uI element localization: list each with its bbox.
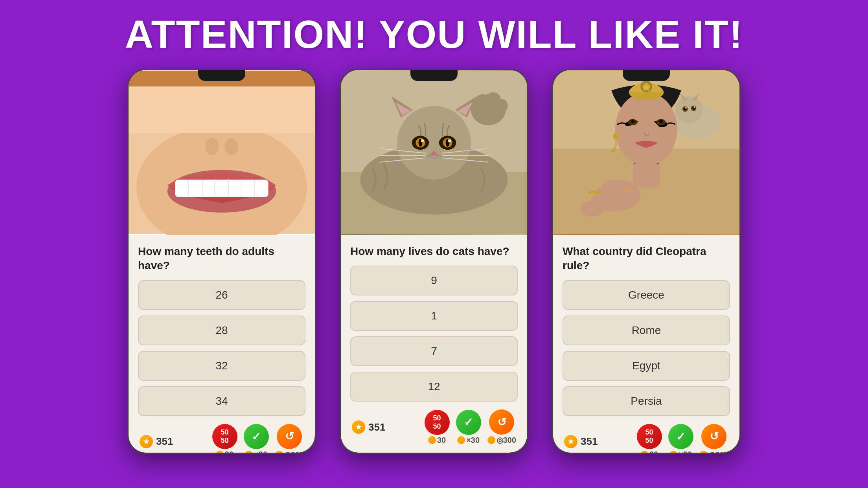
phone-2-wrapper: How many lives do cats have? 9 1 7 12 ★ … bbox=[340, 69, 528, 454]
phones-container: How many teeth do adults have? 26 28 32 … bbox=[0, 69, 868, 454]
phone-1-notch bbox=[198, 70, 245, 81]
phone-2-right-btn-2 bbox=[527, 196, 528, 227]
phone-3-answer-2[interactable]: Rome bbox=[563, 316, 730, 345]
phone-1-check-coin bbox=[245, 451, 253, 454]
phone-1-swap-icon: ↺ bbox=[277, 424, 302, 449]
svg-point-52 bbox=[693, 106, 695, 108]
svg-point-10 bbox=[205, 138, 219, 155]
svg-point-57 bbox=[659, 119, 663, 123]
phone-2-question: How many lives do cats have? bbox=[350, 244, 518, 259]
phone-1-answer-1[interactable]: 26 bbox=[138, 280, 305, 310]
phone-3-answer-1[interactable]: Greece bbox=[563, 280, 730, 310]
phone-2-coin-amount: 351 bbox=[368, 421, 385, 433]
phone-3: What country did Cleopatra rule? Greece … bbox=[552, 69, 741, 454]
phone-3-image bbox=[553, 70, 739, 235]
phone-1-5050-icon: 5050 bbox=[212, 424, 237, 449]
phone-1-footer: ★ 351 5050 30 ✓ ×30 bbox=[138, 422, 305, 454]
phone-3-5050-coin bbox=[640, 451, 648, 454]
svg-point-28 bbox=[421, 139, 424, 142]
phone-1-right-btn-1 bbox=[315, 156, 316, 188]
phone-1-powerup-5050[interactable]: 5050 30 bbox=[212, 424, 237, 454]
phone-3-coins: ★ 351 bbox=[564, 435, 598, 448]
phone-1-5050-cost: 30 bbox=[216, 450, 234, 454]
svg-point-64 bbox=[613, 133, 619, 139]
svg-point-44 bbox=[675, 96, 702, 123]
phone-2-swap-cost: ◎300 bbox=[487, 435, 516, 445]
phone-1-swap-coin bbox=[275, 451, 283, 454]
phone-1-check-cost: ×30 bbox=[245, 450, 267, 454]
phone-1-answer-2[interactable]: 28 bbox=[138, 316, 305, 345]
phone-3-swap-icon: ↺ bbox=[701, 424, 726, 449]
svg-point-56 bbox=[631, 119, 635, 123]
phone-3-powerup-check[interactable]: ✓ ×30 bbox=[668, 424, 693, 454]
phone-1-answer-4[interactable]: 34 bbox=[138, 386, 305, 416]
phone-1-powerup-swap[interactable]: ↺ ◎300 bbox=[275, 424, 304, 454]
phone-3-coin-amount: 351 bbox=[581, 435, 598, 448]
phone-1-teeth bbox=[129, 70, 315, 235]
phone-2-5050-coin bbox=[428, 436, 436, 444]
phone-3-footer: ★ 351 5050 30 ✓ ×30 bbox=[563, 422, 730, 454]
phone-2: How many lives do cats have? 9 1 7 12 ★ … bbox=[340, 69, 528, 454]
svg-rect-3 bbox=[175, 180, 268, 197]
phone-2-5050-icon: 5050 bbox=[425, 410, 450, 435]
phone-1: How many teeth do adults have? 26 28 32 … bbox=[127, 69, 316, 454]
svg-point-53 bbox=[615, 92, 677, 166]
phone-2-check-coin bbox=[457, 436, 465, 444]
svg-point-29 bbox=[448, 139, 451, 142]
phone-2-cat bbox=[341, 70, 527, 235]
phone-2-5050-cost: 30 bbox=[428, 436, 446, 445]
phone-1-answer-3[interactable]: 32 bbox=[138, 351, 305, 381]
phone-3-check-icon: ✓ bbox=[668, 424, 693, 449]
phone-1-powerups: 5050 30 ✓ ×30 ↺ bbox=[212, 424, 304, 454]
phone-1-powerup-check[interactable]: ✓ ×30 bbox=[244, 424, 269, 454]
phone-2-answer-4[interactable]: 12 bbox=[350, 372, 518, 402]
phone-2-swap-coin bbox=[487, 436, 495, 444]
phone-2-answer-2[interactable]: 1 bbox=[350, 301, 518, 331]
phone-3-right-btn-2 bbox=[739, 196, 741, 227]
phone-1-image bbox=[129, 70, 315, 235]
phone-3-check-coin bbox=[669, 451, 677, 454]
svg-rect-61 bbox=[633, 164, 660, 187]
phone-1-swap-cost: ◎300 bbox=[275, 450, 304, 454]
phone-3-powerups: 5050 30 ✓ ×30 ↺ bbox=[637, 424, 728, 454]
phone-1-coin-icon: ★ bbox=[140, 435, 153, 448]
phone-2-right-btn-1 bbox=[527, 156, 528, 188]
phone-1-content: How many teeth do adults have? 26 28 32 … bbox=[129, 235, 315, 454]
phone-3-swap-coin bbox=[700, 451, 708, 454]
phone-3-content: What country did Cleopatra rule? Greece … bbox=[553, 235, 739, 454]
svg-point-51 bbox=[685, 107, 687, 108]
phone-3-powerup-swap[interactable]: ↺ ◎300 bbox=[700, 424, 728, 454]
phone-3-question: What country did Cleopatra rule? bbox=[563, 244, 730, 273]
phone-2-notch bbox=[410, 70, 458, 81]
svg-point-40 bbox=[496, 99, 508, 113]
page-title: ATTENTION! YOU WILL LIKE IT! bbox=[125, 12, 743, 57]
svg-point-63 bbox=[580, 201, 603, 216]
phone-2-swap-icon: ↺ bbox=[489, 409, 514, 435]
phone-2-check-cost: ×30 bbox=[457, 436, 480, 445]
phone-3-right-btn-1 bbox=[739, 156, 741, 188]
phone-3-coin-icon: ★ bbox=[564, 435, 577, 448]
phone-2-answer-1[interactable]: 9 bbox=[350, 266, 518, 295]
svg-point-65 bbox=[611, 149, 615, 152]
phone-3-answer-3[interactable]: Egypt bbox=[563, 351, 730, 381]
phone-2-coins: ★ 351 bbox=[352, 420, 385, 434]
phone-3-powerup-5050[interactable]: 5050 30 bbox=[637, 424, 662, 454]
phone-2-powerup-check[interactable]: ✓ ×30 bbox=[456, 410, 481, 445]
phone-3-swap-cost: ◎300 bbox=[700, 450, 728, 454]
phone-1-check-icon: ✓ bbox=[244, 424, 269, 449]
phone-1-wrapper: How many teeth do adults have? 26 28 32 … bbox=[127, 69, 316, 454]
phone-2-content: How many lives do cats have? 9 1 7 12 ★ … bbox=[341, 235, 527, 453]
phone-2-coin-icon: ★ bbox=[352, 420, 365, 434]
phone-1-coin-amount: 351 bbox=[156, 435, 173, 448]
phone-3-check-cost: ×30 bbox=[669, 450, 692, 454]
phone-1-5050-coin bbox=[216, 451, 224, 454]
phone-2-powerup-swap[interactable]: ↺ ◎300 bbox=[487, 409, 516, 445]
phone-1-right-btn-2 bbox=[315, 196, 316, 227]
phone-3-cleopatra bbox=[553, 70, 739, 235]
phone-2-image bbox=[341, 70, 527, 235]
svg-point-11 bbox=[224, 138, 239, 155]
phone-2-powerup-5050[interactable]: 5050 30 bbox=[425, 410, 450, 445]
phone-1-question: How many teeth do adults have? bbox=[138, 244, 305, 273]
phone-2-answer-3[interactable]: 7 bbox=[350, 336, 518, 366]
phone-3-answer-4[interactable]: Persia bbox=[563, 386, 730, 416]
